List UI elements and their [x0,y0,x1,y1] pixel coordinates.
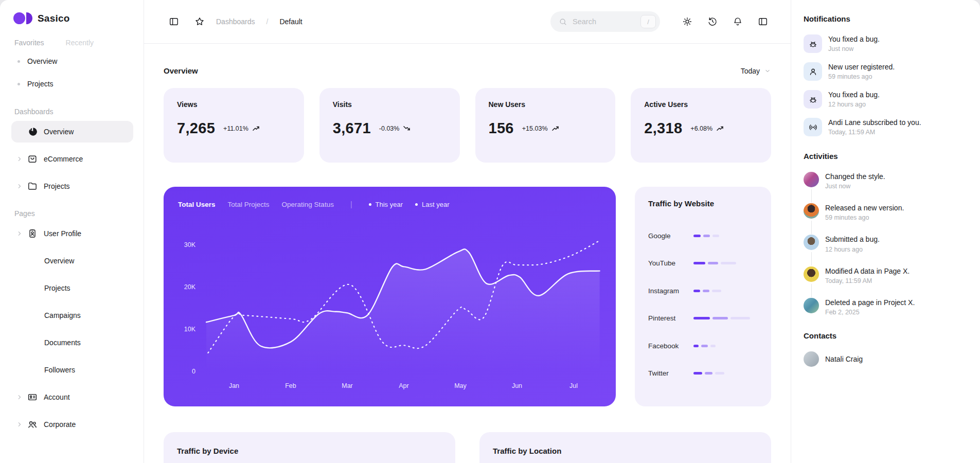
sidebar-item-user-profile[interactable]: User Profile [11,223,133,244]
sidebar-item-label: Overview [44,257,74,265]
stat-label: Visits [333,100,447,109]
stat-card-views: Views7,265+11.01% [164,88,304,163]
sidebar-item-followers[interactable]: Followers [11,359,133,381]
legend-dot-icon [369,203,371,206]
chart-tab-total-projects[interactable]: Total Projects [228,201,270,208]
website-row-youtube: YouTube [648,259,758,267]
activity-item[interactable]: Released a new version.59 minutes ago [804,203,968,221]
website-bars [693,290,721,292]
traffic-by-location-title: Traffic by Location [493,447,561,455]
breadcrumb-section[interactable]: Dashboards [216,17,255,26]
activity-text: Modified A data in Page X.Today, 11:59 A… [825,266,910,284]
sidebar-item-label: User Profile [44,229,81,238]
logo[interactable]: Sasico [11,12,133,24]
search-input[interactable] [573,17,635,26]
contact-item[interactable]: Natali Craig [804,351,968,367]
notification-item[interactable]: You fixed a bug.12 hours ago [804,90,968,109]
website-row-twitter: Twitter [648,369,758,377]
stat-delta: -0.03% [379,125,411,132]
avatar [804,203,819,219]
contacts-title: Contacts [804,331,968,340]
website-row-pinterest: Pinterest [648,314,758,322]
bar-segment [708,262,718,264]
area-fill-this-year [206,249,600,371]
star-icon[interactable] [194,16,205,27]
sidebar-item-label: Campaigns [44,311,81,319]
website-label: Instagram [648,287,693,295]
bar-segment [710,345,716,347]
chart-tab-total-users[interactable]: Total Users [178,201,216,208]
sidebar-favorite-overview[interactable]: Overview [14,50,133,73]
sidebar-item-account[interactable]: Account [11,386,133,408]
chart-tab-operating-status[interactable]: Operating Status [282,201,334,208]
shopping-bag-icon [27,154,38,164]
trend-up-icon [252,125,260,132]
contacts-list: Natali Craig [804,351,968,367]
activity-item[interactable]: Changed the style.Just now [804,172,968,190]
breadcrumb-current[interactable]: Default [279,17,302,26]
activity-text: Released a new version.59 minutes ago [825,203,904,221]
notifications-list: You fixed a bug.Just nowNew user registe… [804,34,968,136]
bottom-cards-row: Traffic by Device Traffic by Location [164,432,771,463]
search-box[interactable]: / [550,11,660,32]
activity-title: Modified A data in Page X. [825,266,910,276]
notification-time: Today, 11:59 AM [828,129,921,136]
notification-title: Andi Lane subscribed to you. [828,118,921,127]
sidebar-item-projects[interactable]: Projects [11,277,133,299]
period-dropdown[interactable]: Today [741,67,771,75]
right-panel-toggle-icon[interactable] [758,16,768,27]
notifications-bell-icon[interactable] [733,16,743,27]
activity-text: Changed the style.Just now [825,172,885,190]
sidebar-item-label: eCommerce [44,155,83,163]
bug-icon [804,34,822,53]
stat-delta-text: +6.08% [690,125,712,132]
notification-item[interactable]: Andi Lane subscribed to you.Today, 11:59… [804,118,968,136]
trend-up-icon [716,125,724,132]
tab-recently[interactable]: Recently [66,39,94,47]
website-bars [693,345,716,347]
bar-segment [693,372,702,375]
traffic-by-location-card: Traffic by Location [479,432,771,463]
stat-delta: +15.03% [522,125,559,132]
stat-delta: +11.01% [223,125,260,132]
legend-this-year[interactable]: This year [369,201,403,208]
avatar [804,298,819,313]
stat-label: Views [177,100,291,109]
sidebar-item-corporate[interactable]: Corporate [11,414,133,435]
activity-item[interactable]: Modified A data in Page X.Today, 11:59 A… [804,266,968,284]
legend-last-year[interactable]: Last year [415,201,449,208]
x-axis-tick: Feb [285,382,296,389]
activity-title: Submitted a bug. [825,235,880,244]
sidebar-item-projects[interactable]: Projects [11,175,133,197]
sidebar-favorite-projects[interactable]: Projects [14,73,133,95]
bar-segment [693,345,699,347]
legend-label: Last year [422,201,449,208]
sidebar-item-documents[interactable]: Documents [11,332,133,353]
activity-item[interactable]: Submitted a bug.12 hours ago [804,235,968,253]
stat-delta: +6.08% [690,125,724,132]
activity-item[interactable]: Deleted a page in Project X.Feb 2, 2025 [804,298,968,316]
bar-segment [712,235,719,237]
notification-item[interactable]: New user registered.59 minutes ago [804,62,968,81]
sidebar-item-campaigns[interactable]: Campaigns [11,305,133,326]
tab-favorites[interactable]: Favorites [14,39,44,47]
notification-time: 59 minutes ago [828,73,895,80]
activity-time: Just now [825,183,885,190]
theme-sun-icon[interactable] [682,16,692,27]
sidebar-item-label: Overview [27,57,57,65]
sidebar-toggle-icon[interactable] [169,16,179,27]
sidebar-item-label: Overview [44,128,74,136]
stat-label: New Users [489,100,602,109]
notification-item[interactable]: You fixed a bug.Just now [804,34,968,53]
dashboard-content: Overview Today Views7,265+11.01%Visits3,… [144,44,791,463]
sidebar-item-overview[interactable]: Overview [11,250,133,272]
sidebar-item-label: Projects [44,284,70,292]
website-row-google: Google [648,232,758,240]
website-bars [693,235,719,237]
chevron-spacer [15,128,24,136]
bar-segment [701,345,708,347]
sidebar-item-ecommerce[interactable]: eCommerce [11,148,133,170]
stat-value: 156 [489,120,514,137]
history-icon[interactable] [707,16,718,27]
sidebar-item-overview[interactable]: Overview [11,121,133,143]
